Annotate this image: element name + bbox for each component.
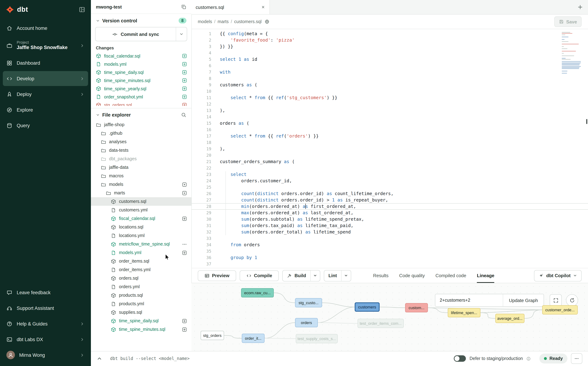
changed-file-models-yml[interactable]: models.yml xyxy=(91,60,191,68)
result-tab-results[interactable]: Results xyxy=(373,268,389,283)
code-line[interactable]: 34 from orders xyxy=(191,242,588,248)
stage-file-button[interactable] xyxy=(182,327,187,332)
lineage-selector-input[interactable] xyxy=(435,294,503,306)
stage-file-button[interactable] xyxy=(182,318,187,324)
file-tree-item-time-spine-minutes-sql[interactable]: time_spine_minutes.sql xyxy=(91,325,191,334)
code-line[interactable]: 19), xyxy=(191,146,588,152)
file-tree-item-fiscal-calendar-sql[interactable]: fiscal_calendar.sql xyxy=(91,214,191,223)
changed-file-fiscal-calendar-sql[interactable]: fiscal_calendar.sql xyxy=(91,52,191,60)
dbt-logo[interactable]: dbt xyxy=(6,5,28,14)
code-line[interactable]: 33 xyxy=(191,235,588,242)
code-line[interactable]: 29 max(orders.ordered_at) as last_ordere… xyxy=(191,210,588,216)
lineage-node-cust-ord[interactable]: customer_orde... xyxy=(542,305,578,314)
code-line[interactable]: 4 xyxy=(191,50,588,56)
stage-file-button[interactable] xyxy=(182,86,187,91)
file-tree-item-supplies-sql[interactable]: supplies.sql xyxy=(91,308,191,317)
sidebar-item-dashboard[interactable]: Dashboard xyxy=(3,55,88,70)
update-graph-button[interactable]: Update Graph xyxy=(503,294,544,306)
code-line[interactable]: 27 count(distinct orders.order_id) > 1 a… xyxy=(191,197,588,203)
code-line[interactable]: 23 select xyxy=(191,171,588,178)
file-tree-item-order-items-yml[interactable]: order_items.yml xyxy=(91,266,191,274)
stage-file-button[interactable] xyxy=(182,102,187,106)
file-tree-item-orders-yml[interactable]: orders.yml xyxy=(91,282,191,291)
code-line[interactable]: 13), xyxy=(191,107,588,114)
refresh-graph-button[interactable] xyxy=(566,294,578,306)
code-line[interactable]: 21customer_orders_summary as ( xyxy=(191,159,588,165)
collapse-sidebar-icon[interactable] xyxy=(79,6,85,13)
file-tree-item-jaffle-shop[interactable]: jaffle-shop xyxy=(91,121,191,129)
sidebar-item-help-guides[interactable]: Help & Guides xyxy=(3,316,88,331)
file-tree-item-macros[interactable]: macros xyxy=(91,172,191,180)
code-line[interactable]: 35 xyxy=(191,248,588,254)
code-line[interactable]: 20 xyxy=(191,152,588,159)
preview-button[interactable]: Preview xyxy=(198,270,236,281)
code-editor[interactable]: 1{{ config(meta = {2 'favorite_food': 'p… xyxy=(191,29,588,268)
code-line[interactable]: 10 xyxy=(191,88,588,94)
file-tree-item-models-yml[interactable]: models.yml xyxy=(91,248,191,257)
file-tree-item-locations-sql[interactable]: locations.sql xyxy=(91,223,191,231)
build-options-button[interactable] xyxy=(310,270,320,281)
file-tree-item-jaffle-data[interactable]: jaffle-data xyxy=(91,163,191,172)
sidebar-item-develop[interactable]: Develop xyxy=(3,71,88,86)
code-line[interactable]: 16 xyxy=(191,127,588,133)
code-line[interactable]: 18 xyxy=(191,139,588,146)
build-button[interactable]: Build xyxy=(283,270,320,281)
file-tree-item-models[interactable]: models xyxy=(91,180,191,189)
lint-button[interactable]: Lint xyxy=(324,270,351,281)
fullscreen-button[interactable] xyxy=(550,294,562,306)
file-tree-item-order-items-sql[interactable]: order_items.sql xyxy=(91,257,191,266)
code-line[interactable]: 3}) }} xyxy=(191,43,588,50)
lineage-node-stg-o[interactable]: stg_orders xyxy=(201,331,224,340)
code-line[interactable]: 28 min(orders.ordered_at) as first_order… xyxy=(191,203,588,210)
file-tree-item-customers-yml[interactable]: customers.yml xyxy=(91,206,191,214)
sidebar-item-support-assistant[interactable]: Support Assistant xyxy=(3,301,88,316)
search-files-icon[interactable] xyxy=(181,112,186,118)
lineage-node-customers[interactable]: customers xyxy=(355,302,380,312)
stage-file-button[interactable] xyxy=(182,53,187,59)
changed-file-time-spine-yearly-sql[interactable]: time_spine_yearly.sql xyxy=(91,84,191,93)
code-line[interactable]: 14 xyxy=(191,114,588,120)
file-menu-button[interactable] xyxy=(182,241,187,247)
minimap[interactable] xyxy=(562,32,582,75)
compile-button[interactable]: Compile xyxy=(240,270,279,281)
lineage-node-orders[interactable]: orders xyxy=(295,318,318,327)
code-line[interactable]: 37 xyxy=(191,261,588,267)
code-line[interactable]: 31 sum(orders.tax_paid) as lifetime_tax_… xyxy=(191,222,588,229)
status-menu-button[interactable] xyxy=(571,353,582,364)
editor-scrollbar-thumb[interactable] xyxy=(586,119,587,124)
code-line[interactable]: 9customers as ( xyxy=(191,82,588,88)
changed-file-time-spine-daily-sql[interactable]: time_spine_daily.sql xyxy=(91,68,191,76)
file-tree-item-dbt-packages[interactable]: dbt_packages xyxy=(91,155,191,163)
sidebar-item-query[interactable]: Query xyxy=(3,118,88,133)
close-tab-icon[interactable] xyxy=(261,5,265,9)
command-input[interactable]: dbt build --select <model_name> xyxy=(110,356,190,361)
commit-options-button[interactable] xyxy=(176,27,187,41)
breadcrumb-models[interactable]: models xyxy=(198,19,212,24)
code-line[interactable]: 11 select * from {{ ref('stg_customers')… xyxy=(191,94,588,101)
code-line[interactable]: 12 xyxy=(191,101,588,107)
changed-file-time-spine-minutes-sql[interactable]: time_spine_minutes.sql xyxy=(91,76,191,84)
lineage-node-stg-c[interactable]: stg_custo... xyxy=(295,298,322,307)
lineage-node-test-sc[interactable]: test_supply_costs_s... xyxy=(296,334,338,343)
file-tree-item-customers-sql[interactable]: customers.sql xyxy=(91,197,191,206)
file-tree-item-metricflow-time-spine-sql[interactable]: metricflow_time_spine.sql xyxy=(91,240,191,248)
file-tree-item-locations-yml[interactable]: locations.yml xyxy=(91,231,191,240)
code-line[interactable]: 22 xyxy=(191,165,588,171)
lint-options-button[interactable] xyxy=(341,270,351,281)
stage-file-button[interactable] xyxy=(182,216,187,221)
result-tab-compiled-code[interactable]: Compiled code xyxy=(435,268,466,283)
sidebar-item-dbt-labs-dx[interactable]: dbt Labs DX xyxy=(3,332,88,347)
expand-command-bar-icon[interactable] xyxy=(97,356,102,361)
sidebar-item-deploy[interactable]: Deploy xyxy=(3,87,88,102)
stage-file-button[interactable] xyxy=(182,70,187,75)
copy-branch-icon[interactable] xyxy=(181,4,186,9)
version-control-header[interactable]: Version control 8 xyxy=(91,14,191,26)
stage-file-button[interactable] xyxy=(182,94,187,99)
code-line[interactable]: 25 xyxy=(191,184,588,191)
code-line[interactable]: 6 xyxy=(191,62,588,69)
code-line[interactable]: 7with xyxy=(191,69,588,75)
result-tab-lineage[interactable]: Lineage xyxy=(477,268,494,283)
commit-and-sync-main[interactable]: Commit and sync xyxy=(96,27,176,41)
stage-file-button[interactable] xyxy=(182,250,187,255)
changed-file-order-snapshot-yml[interactable]: order_snapshot.yml xyxy=(91,93,191,101)
